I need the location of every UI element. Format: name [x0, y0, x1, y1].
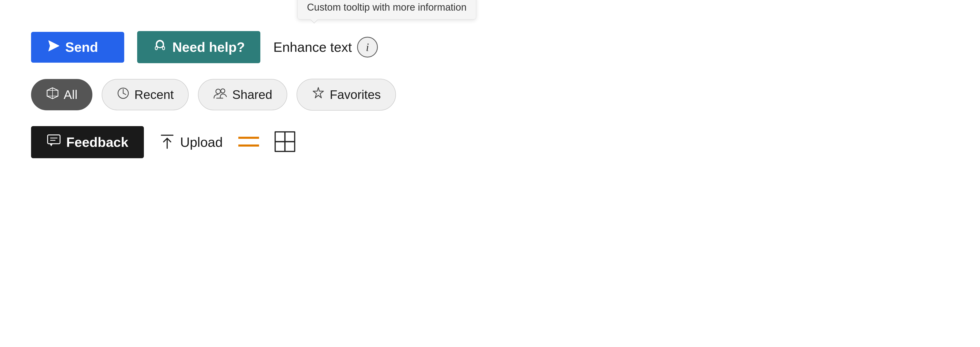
enhance-text-label: Enhance text — [273, 39, 352, 55]
filter-recent-button[interactable]: Recent — [102, 79, 189, 110]
svg-line-10 — [123, 93, 126, 94]
svg-marker-14 — [313, 88, 323, 98]
enhance-text-group: Enhance text i Custom tooltip with more … — [273, 37, 378, 58]
feedback-button[interactable]: Feedback — [31, 126, 144, 158]
svg-rect-15 — [48, 135, 60, 144]
upload-button[interactable]: Upload — [159, 134, 223, 150]
headset-icon — [153, 38, 167, 56]
feedback-icon — [46, 133, 61, 151]
filter-bar: All Recent Sha — [31, 79, 396, 110]
upload-label: Upload — [180, 134, 223, 150]
send-button[interactable]: Send — [31, 32, 124, 63]
svg-marker-18 — [50, 144, 53, 146]
svg-point-12 — [221, 89, 225, 93]
action-bar: Feedback Upload — [31, 126, 396, 158]
cube-icon — [46, 87, 59, 102]
shared-icon — [213, 87, 228, 102]
svg-point-11 — [216, 89, 221, 94]
grid-view-icon[interactable] — [275, 131, 295, 153]
upload-icon — [159, 134, 175, 150]
svg-marker-0 — [49, 41, 59, 51]
tooltip: Custom tooltip with more information — [298, 0, 476, 19]
clock-icon — [117, 87, 130, 102]
filter-favorites-button[interactable]: Favorites — [297, 79, 396, 110]
send-icon — [46, 39, 60, 55]
info-button[interactable]: i — [357, 37, 378, 58]
need-help-button[interactable]: Need help? — [137, 31, 260, 63]
filter-shared-button[interactable]: Shared — [198, 79, 287, 110]
filter-all-button[interactable]: All — [31, 79, 92, 110]
star-icon — [312, 86, 325, 103]
list-view-icon[interactable] — [238, 134, 259, 150]
